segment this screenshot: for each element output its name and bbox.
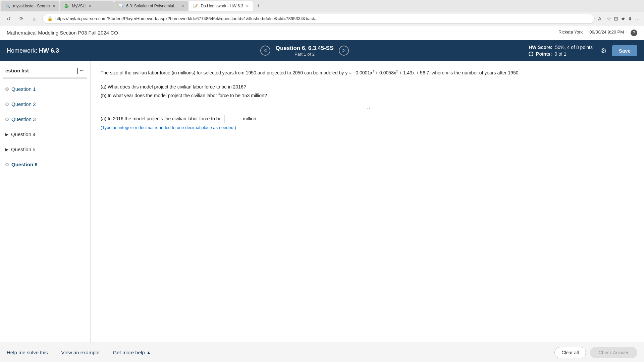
tab-bar: 🔍 myvaldosta - Search ✕ 🐉 MyVSU ✕ 📊 6.3:… (0, 0, 644, 12)
tab-favicon-1: 🔍 (5, 4, 10, 8)
sidebar-collapse-button[interactable]: |← (77, 67, 85, 74)
answer-section: (a) In 2016 the model projects the civil… (101, 114, 634, 132)
hw-navigation: < Question 6, 6.3.45-SS Part 1 of 2 > (80, 45, 529, 57)
profile-icon: A⁻ (598, 16, 604, 22)
points-radio (529, 52, 533, 56)
question-part: Part 1 of 2 (276, 52, 334, 57)
divider (101, 107, 634, 107)
hw-actions: ⚙ Save (601, 45, 637, 56)
sidebar-item-label-6: Question 6 (11, 162, 38, 167)
tab-polynomial[interactable]: 📊 6.3: Solution of Polynomial Equati ✕ (114, 1, 188, 11)
sidebar-item-label-3: Question 3 (11, 116, 36, 122)
question-description: The size of the civilian labor force (in… (101, 69, 570, 77)
homework-name: HW 6.3 (39, 47, 59, 54)
q3-dot (5, 118, 9, 121)
question-info: Question 6, 6.3.45-SS Part 1 of 2 (276, 45, 334, 57)
points-row: Points: 0 of 1 (529, 51, 593, 57)
answer-hint: (Type an integer or decimal rounded to o… (101, 123, 634, 132)
bookmark-icon[interactable]: ☆ (607, 16, 611, 22)
tab-close-1[interactable]: ✕ (52, 4, 55, 8)
q1-dot (5, 87, 9, 91)
sidebar-item-q3[interactable]: Question 3 (0, 112, 90, 127)
q6-dot (5, 163, 9, 166)
tab-close-3[interactable]: ✕ (181, 4, 184, 8)
hw-score-row: HW Score: 50%, 4 of 8 points (529, 45, 593, 50)
sidebar-arrow-q5: ▶ (5, 147, 8, 152)
footer-actions: Clear all Check Answer (554, 347, 637, 358)
sidebar-item-q2[interactable]: Question 2 (0, 97, 90, 112)
part-a-question: (a) What does this model project the civ… (101, 82, 634, 92)
tab-myvaldosta[interactable]: 🔍 myvaldosta - Search ✕ (1, 1, 59, 11)
sidebar-scrollbar[interactable] (3, 77, 87, 79)
sidebar-title: estion list (5, 68, 29, 73)
browser-controls: ↺ ⟳ ⌂ 🔒 https://mylab.pearson.com/Studen… (0, 12, 644, 25)
answer-input-field[interactable] (224, 115, 240, 123)
part-b-question: (b) In what year does the model project … (101, 91, 634, 100)
help-me-solve-link[interactable]: Help me solve this (7, 350, 48, 355)
q2-dot (5, 103, 9, 106)
sidebar-item-label-1: Question 1 (11, 86, 36, 92)
tab-do-homework[interactable]: 📝 Do Homework - HW 6.3 ✕ (189, 1, 253, 11)
new-tab-button[interactable]: + (254, 1, 263, 11)
sidebar-item-label-4: Question 4 (11, 131, 36, 137)
app-title: Mathematical Modeling Section P03 Fall 2… (7, 30, 118, 36)
app-user-info: Ricketa York 09/30/24 9:20 PM ? (558, 29, 637, 36)
url-text: https://mylab.pearson.com/Student/Player… (55, 16, 319, 21)
tab-label-4: Do Homework - HW 6.3 (201, 4, 243, 8)
tab-favicon-4: 📝 (193, 4, 198, 8)
sidebar-arrow-q4: ▶ (5, 132, 8, 137)
check-answer-button[interactable]: Check Answer (590, 347, 637, 358)
address-bar[interactable]: 🔒 https://mylab.pearson.com/Student/Play… (42, 14, 595, 24)
date-time: 09/30/24 9:20 PM (589, 29, 624, 36)
back-button[interactable]: ↺ (4, 14, 13, 23)
downloads-icon[interactable]: ⬇ (628, 16, 632, 22)
get-more-help-link[interactable]: Get more help ▲ (113, 350, 151, 355)
sidebar-item-q4[interactable]: ▶ Question 4 (0, 127, 90, 142)
sidebar-header: estion list |← (0, 65, 90, 77)
help-icon[interactable]: ? (631, 29, 637, 36)
tab-close-2[interactable]: ✕ (88, 4, 91, 8)
homework-label: Homework: (7, 47, 37, 54)
clear-all-button[interactable]: Clear all (554, 347, 586, 358)
tab-close-4[interactable]: ✕ (246, 4, 249, 8)
question-parts: (a) What does this model project the civ… (101, 82, 634, 100)
tab-myvsu[interactable]: 🐉 MyVSU ✕ (60, 1, 114, 11)
sidebar-item-label-5: Question 5 (11, 146, 36, 152)
tab-label-2: MyVSU (72, 4, 86, 8)
hw-header: Homework: HW 6.3 < Question 6, 6.3.45-SS… (0, 40, 644, 61)
hw-score-label: HW Score: (529, 45, 552, 50)
sidebar-item-q6[interactable]: Question 6 (0, 157, 90, 172)
save-button[interactable]: Save (612, 45, 637, 56)
collections-icon[interactable]: ⊟ (614, 16, 618, 22)
hw-score-section: HW Score: 50%, 4 of 8 points Points: 0 o… (529, 45, 593, 57)
answer-prefix: (a) In 2016 the model projects the civil… (101, 116, 221, 121)
sidebar-scroll: Question 1 Question 2 Question 3 ▶ Quest… (0, 81, 90, 172)
answer-unit: million. (243, 116, 258, 121)
points-label: Points: (536, 51, 552, 57)
next-question-button[interactable]: > (339, 46, 349, 56)
sidebar-item-q5[interactable]: ▶ Question 5 (0, 142, 90, 157)
tab-favicon-2: 🐉 (64, 4, 69, 8)
tab-label-3: 6.3: Solution of Polynomial Equati (126, 4, 178, 8)
question-title: Question 6, 6.3.45-SS (276, 45, 334, 52)
main-content: The size of the civilian labor force (in… (91, 61, 644, 343)
footer: Help me solve this View an example Get m… (0, 343, 644, 362)
favorites-icon[interactable]: ★ (621, 16, 625, 22)
hw-score-value: 50%, 4 of 8 points (555, 45, 593, 50)
app-header: Mathematical Modeling Section P03 Fall 2… (0, 25, 644, 40)
prev-question-button[interactable]: < (260, 46, 270, 56)
main-container: estion list |← Question 1 Question 2 Que… (0, 61, 644, 343)
points-value: 0 of 1 (555, 51, 567, 57)
sidebar-item-label-2: Question 2 (11, 101, 36, 107)
answer-line: (a) In 2016 the model projects the civil… (101, 114, 634, 123)
tab-label-1: myvaldosta - Search (13, 4, 50, 8)
settings-icon[interactable]: ⚙ (601, 47, 607, 55)
more-icon[interactable]: ⋯ (635, 16, 640, 22)
hw-title-block: Homework: HW 6.3 (7, 47, 80, 54)
view-example-link[interactable]: View an example (61, 350, 100, 355)
sidebar-item-q1[interactable]: Question 1 (0, 81, 90, 97)
home-button[interactable]: ⌂ (30, 14, 39, 23)
tab-favicon-3: 📊 (118, 4, 123, 8)
refresh-button[interactable]: ⟳ (17, 14, 26, 23)
browser-actions: A⁻ ☆ ⊟ ★ ⬇ ⋯ (598, 16, 640, 22)
